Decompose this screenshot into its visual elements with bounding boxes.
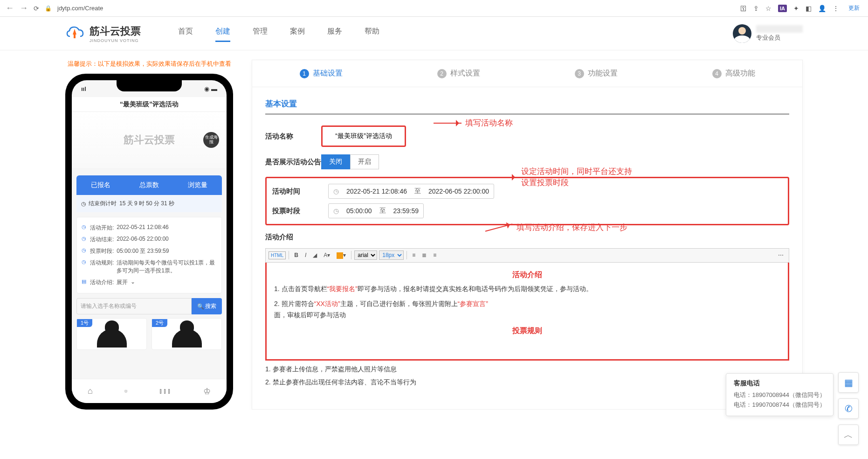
time-end: 2022-06-05 22:00:00 (428, 188, 489, 195)
clock-icon: ◷ (81, 201, 86, 207)
html-button[interactable]: HTML (269, 251, 286, 259)
key-icon[interactable]: ⚿ (740, 5, 747, 12)
info-end-label: 活动结束: (90, 236, 114, 243)
phone-mockup: ııl ◉ ▬ “最美班级”评选活动 筋斗云投票 生成海报 已报名 总票数 (65, 74, 233, 410)
avatar[interactable] (733, 24, 751, 43)
step-style[interactable]: 2样式设置 (390, 60, 527, 87)
logo-text-cn: 筋斗云投票 (90, 24, 141, 38)
trophy-icon[interactable]: ♔ (203, 386, 211, 396)
countdown-row: ◷ 结束倒计时 15 天 9 时 50 分 31 秒 (76, 195, 222, 212)
address-bar[interactable]: jdytp.com/Create (57, 5, 735, 12)
nav-help[interactable]: 帮助 (365, 27, 379, 40)
info-start-val: 2022-05-21 12:08:46 (117, 224, 168, 230)
editor-overflow: 1. 参赛者上传信息，严禁盗用他人照片等信息 2. 禁止参赛作品出现任何非法内容… (265, 365, 789, 387)
tab-views[interactable]: 浏览量 (173, 175, 222, 195)
settings-panel: 1基础设置 2样式设置 3功能设置 4高级功能 基本设置 活动名称 是否展示活动… (252, 60, 803, 410)
size-select[interactable]: 18px (379, 250, 404, 260)
reload-icon[interactable]: ⟳ (34, 5, 39, 12)
activity-name-input[interactable] (326, 129, 401, 144)
notice-off-button[interactable]: 关闭 (321, 154, 350, 169)
phone-button[interactable]: ✆ (838, 398, 859, 410)
info-rule-val: 活动期间每天每个微信号可以投1票，最多可为同一选手投1票。 (117, 259, 217, 275)
countdown-value: 15 天 9 时 50 分 31 秒 (119, 200, 174, 208)
align-right-button[interactable]: ≡ (431, 250, 439, 260)
info-start-label: 活动开始: (90, 224, 114, 232)
step-basic[interactable]: 1基础设置 (252, 60, 390, 87)
info-box: ◷活动开始: 2022-05-21 12:08:46 ◷活动结束: 2022-0… (76, 217, 222, 293)
notice-on-button[interactable]: 开启 (350, 154, 379, 169)
signal-icon: ııl (81, 85, 86, 92)
font-select[interactable]: arial (354, 250, 377, 260)
bgcolor-button[interactable]: ▾ (334, 250, 348, 260)
sidepanel-icon[interactable]: ◧ (806, 5, 812, 12)
phone-tabbar: ⌂ ▫ ⫾⫾⫾ ♔ (72, 379, 227, 403)
clock-icon: ◷ (82, 236, 87, 242)
user-area[interactable]: 专业会员 (733, 24, 803, 43)
time-start: 2022-05-21 12:08:46 (346, 188, 407, 195)
menu-icon[interactable]: ⋮ (833, 5, 839, 12)
countdown-label: 结束倒计时 (89, 200, 117, 208)
period-start: 05:00:00 (346, 207, 372, 215)
extensions-icon[interactable]: ✦ (793, 5, 799, 12)
more-button[interactable]: ⋯ (776, 250, 786, 260)
candidate-card[interactable]: 2号 (152, 318, 222, 350)
site-logo[interactable]: 筋斗云投票 JINDOUYUN VOTING (65, 24, 141, 43)
tab-votes[interactable]: 总票数 (125, 175, 173, 195)
user-name-blurred (756, 25, 803, 33)
search-button[interactable]: 🔍搜索 (192, 298, 222, 314)
generate-poster-button[interactable]: 生成海报 (203, 132, 219, 148)
nav-cases[interactable]: 案例 (290, 27, 305, 40)
chevron-down-icon: ⌄ (131, 278, 135, 285)
star-icon[interactable]: ☆ (765, 5, 772, 12)
notice-toggle[interactable]: 关闭 开启 (321, 154, 379, 169)
clock-icon: ◷ (82, 247, 87, 253)
candidate-card[interactable]: 1号 (76, 318, 147, 350)
tab-signup[interactable]: 已报名 (76, 175, 125, 195)
lock-icon: 🔒 (45, 5, 52, 12)
candidate-number: 2号 (152, 319, 167, 327)
home-icon[interactable]: ⌂ (88, 386, 93, 396)
eraser-button[interactable]: ◢ (310, 250, 319, 260)
align-center-button[interactable]: ≣ (420, 250, 429, 260)
nav-home[interactable]: 首页 (178, 27, 193, 40)
nav-service[interactable]: 服务 (327, 27, 342, 40)
clock-icon: ◷ (333, 207, 339, 215)
forward-icon[interactable]: → (20, 3, 28, 13)
intro-label: 活动介绍 (265, 233, 789, 242)
vote-period-range[interactable]: ◷ 05:00:00 至 23:59:59 (328, 203, 424, 218)
wifi-icon: ◉ (204, 85, 209, 92)
intro-editor[interactable]: 活动介绍 1. 点击首页导航栏“我要报名”即可参与活动，报名时请提交真实姓名和电… (265, 263, 789, 361)
back-icon[interactable]: ← (6, 3, 14, 13)
nav-create[interactable]: 创建 (215, 27, 230, 40)
qrcode-button[interactable]: ▦ (838, 372, 859, 393)
activity-time-label: 活动时间 (272, 187, 328, 196)
color-button[interactable]: A▾ (321, 250, 332, 260)
contact-tooltip: 客服电话 电话：18907008944（微信同号） 电话：19907008744… (726, 373, 834, 410)
info-intro-expand[interactable]: 展开 (117, 278, 128, 286)
phone-banner: 筋斗云投票 生成海报 (72, 112, 227, 168)
update-button[interactable]: 更新 (846, 3, 862, 13)
candidate-avatar (172, 329, 202, 348)
step-function[interactable]: 3功能设置 (527, 60, 665, 87)
stats-tabs: 已报名 总票数 浏览量 (76, 175, 222, 195)
ia-badge[interactable]: IA (778, 5, 787, 12)
activity-time-range[interactable]: ◷ 2022-05-21 12:08:46 至 2022-06-05 22:00… (328, 184, 494, 199)
italic-button[interactable]: I (303, 250, 309, 260)
user-level: 专业会员 (756, 34, 803, 42)
clock-icon: ◷ (333, 188, 339, 195)
search-input[interactable]: 请输入选手名称或编号 (76, 298, 192, 314)
share-icon[interactable]: ⇪ (753, 5, 759, 12)
align-left-button[interactable]: ≡ (410, 250, 418, 260)
bold-button[interactable]: B (292, 250, 301, 260)
battery-icon: ▬ (211, 85, 217, 92)
doc-icon: ▤ (82, 278, 87, 285)
vote-period-label: 投票时段 (272, 207, 328, 216)
tooltip-title: 客服电话 (734, 379, 826, 388)
nav-manage[interactable]: 管理 (253, 27, 268, 40)
profile-icon[interactable]: 👤 (818, 5, 826, 12)
step-advanced[interactable]: 4高级功能 (665, 60, 802, 87)
activity-name-label: 活动名称 (265, 132, 321, 141)
rank-icon[interactable]: ⫾⫾⫾ (159, 386, 172, 396)
candidate-avatar (97, 329, 127, 348)
calendar-icon[interactable]: ▫ (124, 386, 127, 396)
